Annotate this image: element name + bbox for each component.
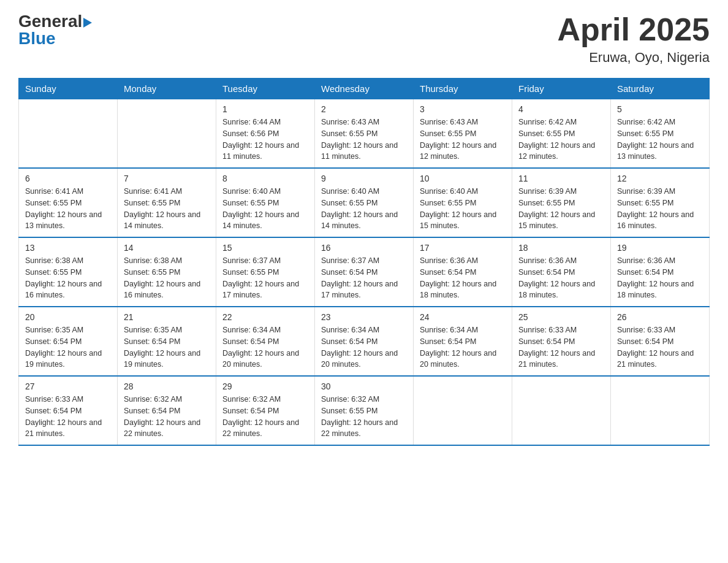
- day-number: 4: [518, 104, 604, 114]
- day-number: 14: [124, 243, 210, 253]
- calendar-cell: [414, 376, 512, 445]
- day-info: Sunrise: 6:32 AM Sunset: 6:54 PM Dayligh…: [222, 394, 308, 440]
- calendar-week-row: 13Sunrise: 6:38 AM Sunset: 6:55 PM Dayli…: [19, 237, 710, 307]
- logo-triangle-icon: [83, 18, 92, 28]
- calendar-cell: 18Sunrise: 6:36 AM Sunset: 6:54 PM Dayli…: [512, 237, 611, 307]
- calendar-cell: 24Sunrise: 6:34 AM Sunset: 6:54 PM Dayli…: [414, 307, 512, 376]
- day-number: 2: [321, 104, 407, 114]
- day-number: 17: [420, 243, 506, 253]
- day-number: 16: [321, 243, 407, 253]
- day-info: Sunrise: 6:44 AM Sunset: 6:56 PM Dayligh…: [222, 117, 308, 163]
- calendar-week-row: 1Sunrise: 6:44 AM Sunset: 6:56 PM Daylig…: [19, 99, 710, 169]
- day-number: 10: [420, 174, 506, 183]
- calendar-cell: 4Sunrise: 6:42 AM Sunset: 6:55 PM Daylig…: [512, 99, 611, 169]
- day-number: 24: [420, 312, 506, 322]
- day-number: 9: [321, 174, 407, 183]
- day-number: 13: [25, 243, 111, 253]
- day-info: Sunrise: 6:40 AM Sunset: 6:55 PM Dayligh…: [222, 186, 308, 232]
- calendar-week-row: 27Sunrise: 6:33 AM Sunset: 6:54 PM Dayli…: [19, 376, 710, 445]
- day-number: 25: [518, 312, 604, 322]
- calendar-cell: 23Sunrise: 6:34 AM Sunset: 6:54 PM Dayli…: [315, 307, 414, 376]
- day-info: Sunrise: 6:35 AM Sunset: 6:54 PM Dayligh…: [124, 324, 210, 370]
- title-block: April 2025 Eruwa, Oyo, Nigeria: [557, 12, 710, 66]
- day-number: 15: [222, 243, 308, 253]
- calendar-cell: 19Sunrise: 6:36 AM Sunset: 6:54 PM Dayli…: [611, 237, 710, 307]
- day-info: Sunrise: 6:41 AM Sunset: 6:55 PM Dayligh…: [25, 186, 111, 232]
- calendar-cell: 29Sunrise: 6:32 AM Sunset: 6:54 PM Dayli…: [216, 376, 315, 445]
- day-info: Sunrise: 6:38 AM Sunset: 6:55 PM Dayligh…: [25, 255, 111, 301]
- calendar-cell: 2Sunrise: 6:43 AM Sunset: 6:55 PM Daylig…: [315, 99, 414, 169]
- calendar-cell: 11Sunrise: 6:39 AM Sunset: 6:55 PM Dayli…: [512, 168, 611, 237]
- calendar-cell: [19, 99, 118, 169]
- calendar-cell: 16Sunrise: 6:37 AM Sunset: 6:54 PM Dayli…: [315, 237, 414, 307]
- calendar-cell: 21Sunrise: 6:35 AM Sunset: 6:54 PM Dayli…: [118, 307, 216, 376]
- calendar-cell: 9Sunrise: 6:40 AM Sunset: 6:55 PM Daylig…: [315, 168, 414, 237]
- day-info: Sunrise: 6:37 AM Sunset: 6:55 PM Dayligh…: [222, 255, 308, 301]
- day-info: Sunrise: 6:36 AM Sunset: 6:54 PM Dayligh…: [617, 255, 703, 301]
- calendar-cell: 12Sunrise: 6:39 AM Sunset: 6:55 PM Dayli…: [611, 168, 710, 237]
- weekday-header-tuesday: Tuesday: [216, 79, 315, 99]
- calendar-cell: 15Sunrise: 6:37 AM Sunset: 6:55 PM Dayli…: [216, 237, 315, 307]
- day-number: 30: [321, 381, 407, 391]
- calendar-cell: 5Sunrise: 6:42 AM Sunset: 6:55 PM Daylig…: [611, 99, 710, 169]
- calendar-cell: 1Sunrise: 6:44 AM Sunset: 6:56 PM Daylig…: [216, 99, 315, 169]
- day-info: Sunrise: 6:41 AM Sunset: 6:55 PM Dayligh…: [124, 186, 210, 232]
- day-info: Sunrise: 6:43 AM Sunset: 6:55 PM Dayligh…: [420, 117, 506, 163]
- day-info: Sunrise: 6:35 AM Sunset: 6:54 PM Dayligh…: [25, 324, 111, 370]
- weekday-header-row: SundayMondayTuesdayWednesdayThursdayFrid…: [19, 79, 710, 99]
- day-info: Sunrise: 6:36 AM Sunset: 6:54 PM Dayligh…: [518, 255, 604, 301]
- calendar-cell: 28Sunrise: 6:32 AM Sunset: 6:54 PM Dayli…: [118, 376, 216, 445]
- calendar-cell: 7Sunrise: 6:41 AM Sunset: 6:55 PM Daylig…: [118, 168, 216, 237]
- calendar-week-row: 6Sunrise: 6:41 AM Sunset: 6:55 PM Daylig…: [19, 168, 710, 237]
- calendar-table: SundayMondayTuesdayWednesdayThursdayFrid…: [18, 78, 710, 446]
- calendar-cell: 20Sunrise: 6:35 AM Sunset: 6:54 PM Dayli…: [19, 307, 118, 376]
- day-info: Sunrise: 6:32 AM Sunset: 6:54 PM Dayligh…: [124, 394, 210, 440]
- calendar-cell: 14Sunrise: 6:38 AM Sunset: 6:55 PM Dayli…: [118, 237, 216, 307]
- day-info: Sunrise: 6:37 AM Sunset: 6:54 PM Dayligh…: [321, 255, 407, 301]
- day-info: Sunrise: 6:40 AM Sunset: 6:55 PM Dayligh…: [321, 186, 407, 232]
- weekday-header-wednesday: Wednesday: [315, 79, 414, 99]
- day-info: Sunrise: 6:34 AM Sunset: 6:54 PM Dayligh…: [420, 324, 506, 370]
- calendar-cell: 13Sunrise: 6:38 AM Sunset: 6:55 PM Dayli…: [19, 237, 118, 307]
- calendar-cell: 25Sunrise: 6:33 AM Sunset: 6:54 PM Dayli…: [512, 307, 611, 376]
- weekday-header-thursday: Thursday: [414, 79, 512, 99]
- day-number: 26: [617, 312, 703, 322]
- day-number: 22: [222, 312, 308, 322]
- day-info: Sunrise: 6:33 AM Sunset: 6:54 PM Dayligh…: [25, 394, 111, 440]
- weekday-header-monday: Monday: [118, 79, 216, 99]
- calendar-cell: 17Sunrise: 6:36 AM Sunset: 6:54 PM Dayli…: [414, 237, 512, 307]
- calendar-title: April 2025: [557, 12, 710, 47]
- day-number: 18: [518, 243, 604, 253]
- day-number: 5: [617, 104, 703, 114]
- day-number: 1: [222, 104, 308, 114]
- calendar-cell: [512, 376, 611, 445]
- day-info: Sunrise: 6:36 AM Sunset: 6:54 PM Dayligh…: [420, 255, 506, 301]
- calendar-cell: 22Sunrise: 6:34 AM Sunset: 6:54 PM Dayli…: [216, 307, 315, 376]
- calendar-cell: 8Sunrise: 6:40 AM Sunset: 6:55 PM Daylig…: [216, 168, 315, 237]
- weekday-header-saturday: Saturday: [611, 79, 710, 99]
- day-info: Sunrise: 6:38 AM Sunset: 6:55 PM Dayligh…: [124, 255, 210, 301]
- logo-blue: Blue: [18, 29, 56, 48]
- weekday-header-sunday: Sunday: [19, 79, 118, 99]
- day-info: Sunrise: 6:39 AM Sunset: 6:55 PM Dayligh…: [518, 186, 604, 232]
- day-number: 8: [222, 174, 308, 183]
- day-info: Sunrise: 6:43 AM Sunset: 6:55 PM Dayligh…: [321, 117, 407, 163]
- weekday-header-friday: Friday: [512, 79, 611, 99]
- calendar-cell: 26Sunrise: 6:33 AM Sunset: 6:54 PM Dayli…: [611, 307, 710, 376]
- calendar-cell: [611, 376, 710, 445]
- day-number: 19: [617, 243, 703, 253]
- calendar-cell: [118, 99, 216, 169]
- day-number: 3: [420, 104, 506, 114]
- day-info: Sunrise: 6:33 AM Sunset: 6:54 PM Dayligh…: [518, 324, 604, 370]
- day-number: 23: [321, 312, 407, 322]
- calendar-cell: 30Sunrise: 6:32 AM Sunset: 6:55 PM Dayli…: [315, 376, 414, 445]
- day-number: 20: [25, 312, 111, 322]
- calendar-cell: 27Sunrise: 6:33 AM Sunset: 6:54 PM Dayli…: [19, 376, 118, 445]
- day-number: 28: [124, 381, 210, 391]
- day-info: Sunrise: 6:39 AM Sunset: 6:55 PM Dayligh…: [617, 186, 703, 232]
- day-number: 6: [25, 174, 111, 183]
- day-number: 12: [617, 174, 703, 183]
- day-info: Sunrise: 6:34 AM Sunset: 6:54 PM Dayligh…: [222, 324, 308, 370]
- logo: General Blue: [18, 12, 92, 48]
- day-number: 11: [518, 174, 604, 183]
